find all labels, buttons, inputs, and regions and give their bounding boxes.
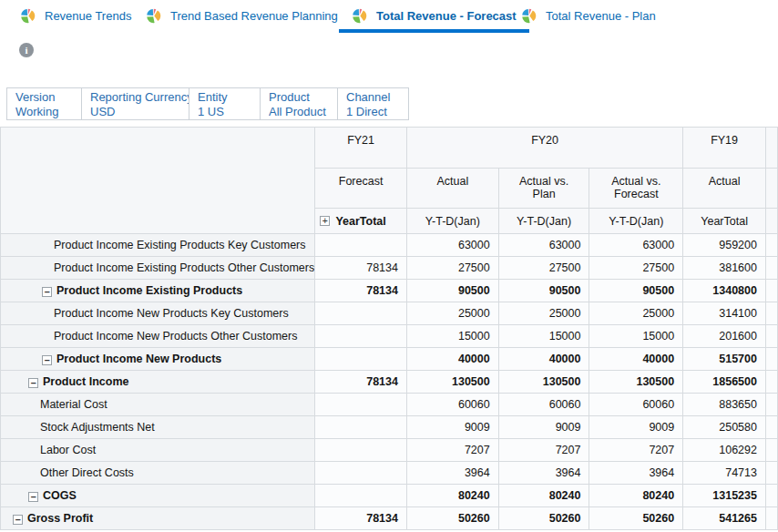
- data-cell[interactable]: 40000: [589, 348, 683, 371]
- data-cell[interactable]: 50260: [498, 507, 589, 530]
- data-cell[interactable]: 9009: [589, 416, 683, 439]
- data-cell[interactable]: 80240: [498, 485, 589, 507]
- collapse-icon[interactable]: −: [42, 287, 52, 297]
- data-cell[interactable]: [765, 394, 777, 416]
- data-cell[interactable]: 25000: [589, 302, 683, 325]
- data-cell[interactable]: 90500: [498, 280, 589, 302]
- collapse-icon[interactable]: −: [13, 515, 23, 525]
- data-cell[interactable]: 60060: [589, 394, 683, 416]
- data-cell[interactable]: 314100: [683, 302, 766, 325]
- data-cell[interactable]: 25000: [406, 302, 498, 325]
- tab-revenue-trends[interactable]: Revenue Trends: [7, 2, 144, 29]
- expand-icon[interactable]: +: [320, 216, 330, 226]
- data-cell[interactable]: [765, 371, 777, 394]
- data-cell[interactable]: [765, 325, 777, 348]
- data-cell[interactable]: 27500: [406, 257, 498, 280]
- data-cell[interactable]: [315, 462, 407, 485]
- data-cell[interactable]: 25000: [498, 302, 589, 325]
- data-cell[interactable]: 50260: [406, 507, 498, 530]
- data-cell[interactable]: 27500: [589, 257, 683, 280]
- data-cell[interactable]: 959200: [683, 234, 766, 257]
- data-cell[interactable]: [765, 280, 777, 302]
- data-cell[interactable]: 15000: [498, 325, 589, 348]
- data-cell[interactable]: 60060: [498, 394, 589, 416]
- data-cell[interactable]: 78134: [315, 280, 407, 302]
- data-cell[interactable]: [315, 325, 407, 348]
- collapse-icon[interactable]: −: [42, 355, 52, 365]
- data-cell[interactable]: 1340800: [683, 280, 766, 302]
- data-cell[interactable]: 60060: [406, 394, 498, 416]
- row-label-other-direct-costs[interactable]: Other Direct Costs: [1, 462, 315, 485]
- data-cell[interactable]: [765, 485, 777, 507]
- data-cell[interactable]: 15000: [406, 325, 498, 348]
- data-cell[interactable]: [315, 394, 407, 416]
- pov-segment-version[interactable]: VersionWorking: [7, 88, 82, 119]
- data-cell[interactable]: 7207: [406, 439, 498, 462]
- data-cell[interactable]: 78134: [315, 257, 407, 280]
- tab-trend-based-revenue-planning[interactable]: Trend Based Revenue Planning: [133, 2, 351, 29]
- data-cell[interactable]: 381600: [683, 257, 766, 280]
- data-cell[interactable]: 1856500: [683, 371, 766, 394]
- data-cell[interactable]: 90500: [406, 280, 498, 302]
- data-cell[interactable]: 130500: [498, 371, 589, 394]
- row-label-product-income-existing-products-key-customers[interactable]: Product Income Existing Products Key Cus…: [1, 234, 315, 257]
- data-cell[interactable]: 80240: [406, 485, 498, 507]
- data-cell[interactable]: 7207: [498, 439, 589, 462]
- data-cell[interactable]: 106292: [683, 439, 766, 462]
- tab-total-revenue-plan[interactable]: Total Revenue - Plan: [508, 2, 669, 29]
- data-cell[interactable]: 9009: [498, 416, 589, 439]
- pov-segment-channel[interactable]: Channel1 Direct: [338, 88, 409, 119]
- row-label-labor-cost[interactable]: Labor Cost: [1, 439, 315, 462]
- pov-segment-entity[interactable]: Entity1 US: [189, 88, 261, 119]
- data-cell[interactable]: 63000: [406, 234, 498, 257]
- collapse-icon[interactable]: −: [28, 378, 38, 388]
- data-cell[interactable]: 78134: [315, 371, 407, 394]
- data-cell[interactable]: 27500: [498, 257, 589, 280]
- data-cell[interactable]: 541265: [683, 507, 766, 530]
- data-cell[interactable]: 3964: [498, 462, 589, 485]
- collapse-icon[interactable]: −: [28, 492, 38, 502]
- data-cell[interactable]: 50260: [589, 507, 683, 530]
- row-label-product-income-existing-products-other-customers[interactable]: Product Income Existing Products Other C…: [1, 257, 315, 280]
- data-cell[interactable]: 1315235: [683, 485, 766, 507]
- data-cell[interactable]: 74713: [683, 462, 766, 485]
- data-cell[interactable]: 250580: [683, 416, 766, 439]
- row-label-material-cost[interactable]: Material Cost: [1, 394, 315, 416]
- data-cell[interactable]: 201600: [683, 325, 766, 348]
- data-cell[interactable]: [315, 348, 407, 371]
- row-label-stock-adjustments-net[interactable]: Stock Adjustments Net: [1, 416, 315, 439]
- data-cell[interactable]: 3964: [406, 462, 498, 485]
- data-cell[interactable]: 130500: [589, 371, 683, 394]
- data-cell[interactable]: [765, 257, 777, 280]
- data-cell[interactable]: [315, 416, 407, 439]
- data-cell[interactable]: 3964: [589, 462, 683, 485]
- pov-segment-product[interactable]: ProductAll Product: [261, 88, 338, 119]
- pov-segment-reporting-currency[interactable]: Reporting CurrencyUSD: [82, 88, 189, 119]
- row-label-product-income-existing-products[interactable]: −Product Income Existing Products: [1, 280, 315, 302]
- row-label-product-income-new-products-other-customers[interactable]: Product Income New Products Other Custom…: [1, 325, 315, 348]
- row-label-product-income[interactable]: −Product Income: [1, 371, 315, 394]
- data-cell[interactable]: 9009: [406, 416, 498, 439]
- data-cell[interactable]: [765, 462, 777, 485]
- data-cell[interactable]: 7207: [589, 439, 683, 462]
- row-label-product-income-new-products-key-customers[interactable]: Product Income New Products Key Customer…: [1, 302, 315, 325]
- data-cell[interactable]: [315, 234, 407, 257]
- data-cell[interactable]: 130500: [406, 371, 498, 394]
- info-icon[interactable]: i: [19, 43, 34, 57]
- data-cell[interactable]: 883650: [683, 394, 766, 416]
- data-cell[interactable]: [765, 439, 777, 462]
- data-cell[interactable]: [315, 485, 407, 507]
- data-cell[interactable]: [315, 302, 407, 325]
- data-cell[interactable]: 63000: [589, 234, 683, 257]
- data-cell[interactable]: [765, 348, 777, 371]
- data-cell[interactable]: 80240: [589, 485, 683, 507]
- data-cell[interactable]: 15000: [589, 325, 683, 348]
- data-cell[interactable]: 78134: [315, 507, 407, 530]
- row-label-gross-profit[interactable]: −Gross Profit: [1, 507, 315, 530]
- tab-total-revenue-forecast[interactable]: Total Revenue - Forecast: [339, 2, 529, 33]
- data-cell[interactable]: 90500: [589, 280, 683, 302]
- row-label-cogs[interactable]: −COGS: [1, 485, 315, 507]
- data-cell[interactable]: [765, 234, 777, 257]
- data-cell[interactable]: [765, 302, 777, 325]
- data-cell[interactable]: [765, 416, 777, 439]
